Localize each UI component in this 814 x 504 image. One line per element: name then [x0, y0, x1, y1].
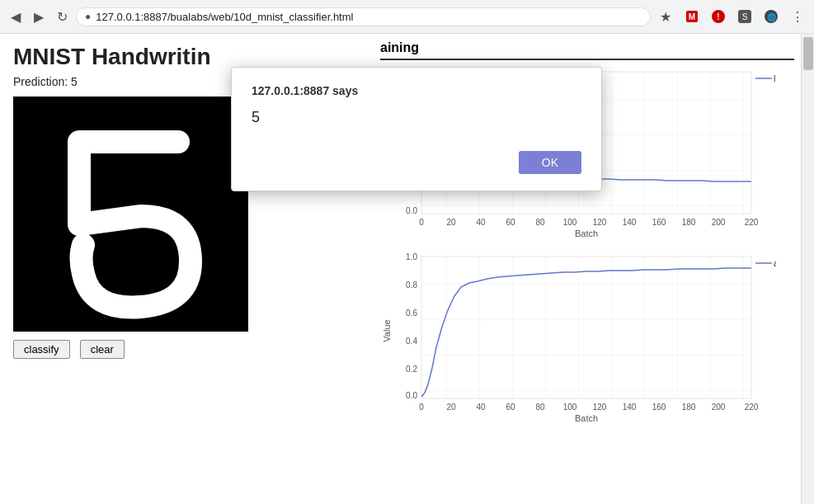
dialog-message: 5: [252, 109, 581, 126]
extension2-icon[interactable]: !: [708, 7, 728, 26]
dialog-footer: OK: [252, 151, 581, 174]
bookmark-icon[interactable]: ★: [656, 7, 675, 26]
forward-button[interactable]: ▶: [30, 7, 48, 26]
refresh-button[interactable]: ↻: [53, 7, 71, 26]
dialog-header: 127.0.0.1:8887 says: [252, 84, 581, 97]
svg-text:🌐: 🌐: [767, 12, 777, 22]
extension4-icon[interactable]: 🌐: [761, 7, 781, 26]
browser-chrome: ◀ ▶ ↻ ● 127.0.0.1:8887/bualabs/web/10d_m…: [0, 0, 814, 34]
back-button[interactable]: ◀: [7, 7, 25, 26]
url-text: 127.0.0.1:8887/bualabs/web/10d_mnist_cla…: [96, 11, 353, 23]
lock-icon: ●: [85, 11, 91, 22]
dialog-box: 127.0.0.1:8887 says 5 OK: [231, 67, 602, 191]
dialog-overlay: 127.0.0.1:8887 says 5 OK: [0, 34, 814, 504]
ok-button[interactable]: OK: [519, 151, 581, 174]
page-content: MNIST Handwritin Prediction: 5 classify …: [0, 34, 814, 504]
browser-icons: ★ M ! S 🌐 ⋮: [656, 7, 807, 26]
address-bar[interactable]: ● 127.0.0.1:8887/bualabs/web/10d_mnist_c…: [76, 7, 651, 26]
svg-text:S: S: [742, 12, 748, 21]
extension1-icon[interactable]: M: [682, 7, 702, 26]
svg-text:M: M: [689, 12, 695, 21]
menu-button[interactable]: ⋮: [788, 7, 807, 26]
extension3-icon[interactable]: S: [735, 7, 755, 26]
browser-toolbar: ◀ ▶ ↻ ● 127.0.0.1:8887/bualabs/web/10d_m…: [0, 0, 814, 33]
svg-text:!: !: [717, 12, 719, 21]
